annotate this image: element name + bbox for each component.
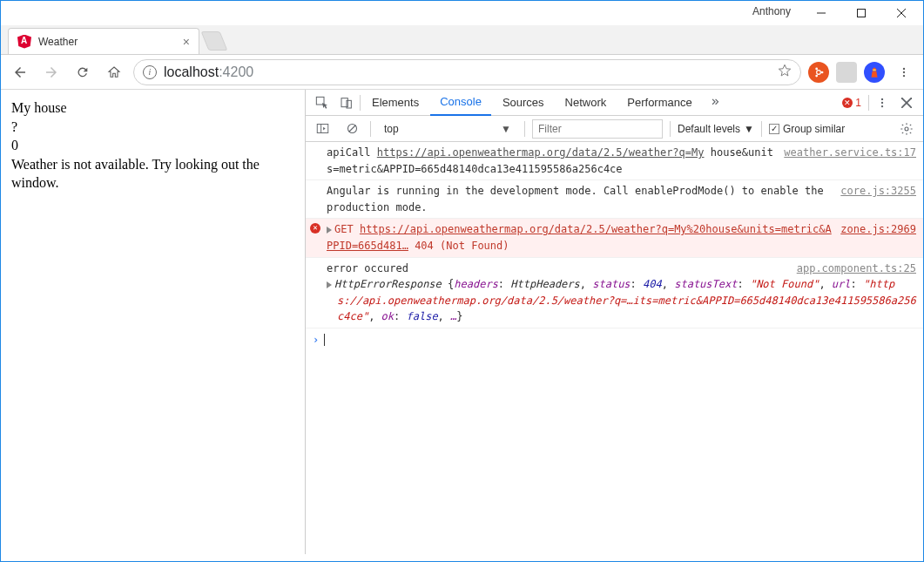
console-log-row[interactable]: apiCall https://api.openweathermap.org/d… — [306, 142, 923, 180]
more-tabs-icon[interactable] — [704, 91, 726, 114]
site-info-icon[interactable]: i — [143, 65, 157, 79]
tab-performance[interactable]: Performance — [617, 90, 701, 116]
console-log-row[interactable]: Angular is running in the development mo… — [306, 180, 923, 219]
error-icon: ✕ — [842, 98, 853, 108]
window-titlebar: Anthony — [1, 1, 923, 25]
tab-elements[interactable]: Elements — [362, 90, 428, 116]
extension-ubuntu-icon[interactable] — [808, 62, 829, 83]
console-settings-icon[interactable] — [895, 118, 918, 140]
log-text: Angular is running in the development mo… — [327, 183, 833, 215]
reload-button[interactable] — [71, 60, 95, 85]
console-prompt[interactable]: › — [306, 328, 923, 352]
obj-key: url — [832, 278, 851, 290]
prompt-chevron-icon: › — [313, 332, 319, 349]
browser-window: Anthony Weather × i localhost:4200 My ho… — [0, 0, 924, 562]
svg-point-24 — [905, 127, 908, 131]
obj-key: headers — [454, 278, 498, 290]
checkbox-icon: ✓ — [769, 124, 779, 134]
bookmark-star-icon[interactable] — [778, 64, 792, 80]
page-line-3: 0 — [11, 136, 294, 155]
clear-console-icon[interactable] — [341, 118, 363, 140]
svg-line-23 — [348, 125, 355, 132]
console-log-row[interactable]: error occured app.component.ts:25 HttpEr… — [306, 258, 923, 328]
window-footer — [1, 554, 923, 561]
chevron-down-icon: ▼ — [744, 123, 754, 135]
svg-rect-20 — [317, 125, 328, 133]
inspect-element-icon[interactable] — [311, 91, 334, 114]
console-output: apiCall https://api.openweathermap.org/d… — [306, 142, 923, 554]
log-text: GET — [334, 223, 360, 235]
tab-title: Weather — [38, 36, 176, 48]
group-similar-toggle[interactable]: ✓Group similar — [769, 123, 845, 135]
svg-point-5 — [821, 71, 824, 73]
back-button[interactable] — [8, 60, 32, 85]
log-status: 404 (Not Found) — [408, 240, 509, 252]
tab-sources[interactable]: Sources — [493, 90, 554, 116]
device-toolbar-icon[interactable] — [335, 91, 358, 114]
context-selector[interactable]: top▼ — [378, 120, 517, 138]
obj-value: "Not Found" — [750, 278, 819, 290]
console-filter-input[interactable] — [532, 119, 663, 139]
page-body: My house ? 0 Weather is not available. T… — [1, 90, 306, 554]
tab-close-icon[interactable]: × — [183, 35, 190, 49]
obj-value: 404 — [643, 278, 662, 290]
log-levels-selector[interactable]: Default levels ▼ — [678, 123, 754, 135]
devtools-menu-icon[interactable] — [871, 91, 894, 114]
page-line-4: Weather is not available. Try looking ou… — [11, 155, 294, 193]
devtools-tabbar: Elements Console Sources Network Perform… — [306, 90, 923, 116]
browser-tab[interactable]: Weather × — [8, 28, 199, 54]
page-line-1: My house — [11, 98, 294, 118]
expand-arrow-icon[interactable] — [327, 281, 332, 288]
maximize-button[interactable] — [841, 1, 881, 25]
console-toolbar: top▼ Default levels ▼ ✓Group similar — [306, 116, 923, 142]
source-link[interactable]: app.component.ts:25 — [797, 261, 916, 277]
forward-button[interactable] — [39, 60, 64, 85]
devtools-close-icon[interactable] — [895, 91, 918, 114]
browser-menu-button[interactable] — [892, 60, 916, 85]
source-link[interactable]: zone.js:2969 — [840, 221, 916, 254]
source-link[interactable]: core.js:3255 — [840, 183, 916, 215]
page-line-2: ? — [11, 118, 294, 137]
svg-rect-1 — [858, 10, 866, 17]
levels-label: Default levels — [678, 123, 740, 135]
svg-point-4 — [817, 70, 821, 74]
new-tab-button[interactable] — [201, 31, 228, 51]
log-text: error occured — [327, 261, 408, 277]
minimize-button[interactable] — [801, 1, 841, 25]
svg-point-17 — [881, 105, 883, 106]
separator — [670, 121, 671, 137]
separator — [761, 121, 762, 137]
devtools-panel: Elements Console Sources Network Perform… — [306, 90, 923, 554]
console-sidebar-toggle-icon[interactable] — [311, 118, 334, 140]
extension-gray-icon[interactable] — [836, 62, 857, 83]
log-url-link[interactable]: https://api.openweathermap.org/data/2.5/… — [377, 146, 705, 159]
obj-key: statusText — [674, 278, 737, 290]
url-host: localhost — [164, 64, 219, 79]
url-text: localhost:4200 — [164, 64, 253, 80]
svg-point-15 — [881, 98, 883, 99]
content-area: My house ? 0 Weather is not available. T… — [1, 90, 923, 554]
tab-network[interactable]: Network — [556, 90, 617, 116]
expand-arrow-icon[interactable] — [327, 227, 332, 234]
source-link[interactable]: weather.service.ts:17 — [784, 145, 916, 177]
console-error-row[interactable]: ✕ GET https://api.openweathermap.org/dat… — [306, 219, 923, 257]
tab-strip: Weather × — [1, 25, 923, 55]
separator — [370, 121, 371, 137]
close-button[interactable] — [881, 1, 921, 25]
url-port: :4200 — [219, 64, 253, 79]
log-url-link[interactable]: https://api.openweathermap.org/data/2.5/… — [327, 223, 832, 252]
error-count: 1 — [855, 97, 861, 109]
error-count-badge[interactable]: ✕1 — [842, 97, 861, 109]
address-bar[interactable]: i localhost:4200 — [133, 59, 801, 85]
obj-value: HttpHeaders — [510, 278, 579, 290]
home-button[interactable] — [102, 60, 126, 85]
svg-point-9 — [903, 67, 905, 69]
text-cursor — [324, 334, 325, 346]
tab-console[interactable]: Console — [430, 90, 491, 116]
context-value: top — [384, 123, 399, 135]
svg-point-10 — [903, 71, 905, 72]
extension-lighthouse-icon[interactable] — [864, 62, 885, 83]
object-class: HttpErrorResponse — [334, 278, 448, 290]
separator — [868, 95, 869, 111]
error-icon: ✕ — [310, 223, 320, 234]
